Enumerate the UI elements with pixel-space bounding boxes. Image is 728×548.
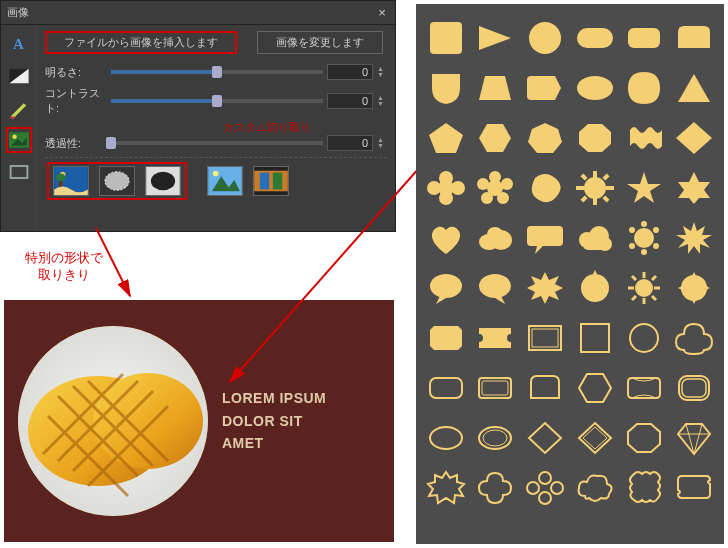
shape-shield[interactable] bbox=[426, 70, 466, 106]
opacity-label: 透過性: bbox=[45, 136, 107, 151]
svg-marker-47 bbox=[579, 124, 611, 152]
shape-speech-round[interactable] bbox=[426, 270, 466, 306]
opacity-spinner[interactable]: ▲▼ bbox=[377, 137, 387, 149]
shape-outline-fancy-frame[interactable] bbox=[674, 470, 714, 506]
image-tool-icon[interactable] bbox=[6, 127, 32, 153]
svg-marker-85 bbox=[676, 222, 712, 254]
shape-outline-gem[interactable] bbox=[674, 420, 714, 456]
shape-outline-scallop-square[interactable] bbox=[624, 470, 664, 506]
text-tool-icon[interactable]: A bbox=[6, 31, 32, 57]
svg-point-93 bbox=[635, 279, 653, 297]
contrast-slider[interactable] bbox=[111, 99, 323, 103]
shape-burst[interactable] bbox=[674, 220, 714, 256]
shape-pill[interactable] bbox=[575, 20, 615, 56]
shape-label[interactable] bbox=[525, 70, 565, 106]
shape-tab[interactable] bbox=[674, 20, 714, 56]
dotted-ellipse-crop-thumb[interactable] bbox=[99, 166, 135, 196]
film-crop-thumb[interactable] bbox=[253, 166, 289, 196]
shape-octagon[interactable] bbox=[575, 120, 615, 156]
brightness-spinner[interactable]: ▲▼ bbox=[377, 66, 387, 78]
svg-marker-70 bbox=[678, 172, 710, 204]
shape-flower5[interactable] bbox=[475, 170, 515, 206]
shape-star6[interactable] bbox=[674, 170, 714, 206]
shape-triangle-right[interactable] bbox=[475, 20, 515, 56]
shape-outline-scallop[interactable] bbox=[674, 370, 714, 406]
dialog-body: A ファイルから画像を挿入します 画像を変更します 明るさ: bbox=[1, 25, 395, 231]
shape-badge[interactable] bbox=[674, 270, 714, 306]
shape-flower[interactable] bbox=[426, 170, 466, 206]
shape-outline-rounded[interactable] bbox=[426, 370, 466, 406]
shape-cloud2[interactable] bbox=[575, 220, 615, 256]
shape-circle[interactable] bbox=[525, 20, 565, 56]
shape-outline-diamond[interactable] bbox=[525, 420, 565, 456]
svg-marker-41 bbox=[479, 76, 511, 100]
shape-outline-hex[interactable] bbox=[575, 370, 615, 406]
change-image-button[interactable]: 画像を変更します bbox=[257, 31, 383, 54]
pen-tool-icon[interactable] bbox=[6, 95, 32, 121]
contrast-spinner[interactable]: ▲▼ bbox=[377, 95, 387, 107]
shape-outline-square[interactable] bbox=[575, 320, 615, 356]
shape-outline-octagon[interactable] bbox=[624, 420, 664, 456]
shape-outline-diamond-double[interactable] bbox=[575, 420, 615, 456]
shape-rounded-rect-small[interactable] bbox=[624, 20, 664, 56]
shape-outline-rect[interactable] bbox=[525, 320, 565, 356]
shape-sun[interactable] bbox=[624, 270, 664, 306]
shape-blob[interactable] bbox=[525, 170, 565, 206]
brightness-slider[interactable] bbox=[111, 70, 323, 74]
opacity-value[interactable]: 0 bbox=[327, 135, 373, 151]
svg-point-4 bbox=[12, 135, 16, 139]
scene-crop-thumb[interactable] bbox=[53, 166, 89, 196]
shape-speech[interactable] bbox=[525, 220, 565, 256]
svg-rect-18 bbox=[254, 167, 288, 195]
brightness-value[interactable]: 0 bbox=[327, 64, 373, 80]
shape-gear[interactable] bbox=[575, 170, 615, 206]
svg-point-14 bbox=[151, 172, 175, 191]
rect-tool-icon[interactable] bbox=[6, 159, 32, 185]
shape-burst-star[interactable] bbox=[525, 270, 565, 306]
shape-heptagon[interactable] bbox=[525, 120, 565, 156]
shape-spray[interactable] bbox=[624, 220, 664, 256]
svg-point-17 bbox=[213, 171, 219, 177]
svg-rect-22 bbox=[273, 173, 282, 190]
mountain-crop-thumb[interactable] bbox=[207, 166, 243, 196]
highlighted-crop-thumbs bbox=[47, 162, 187, 200]
svg-marker-129 bbox=[428, 472, 464, 503]
shape-outline-seal[interactable] bbox=[426, 470, 466, 506]
shape-speech-round2[interactable] bbox=[475, 270, 515, 306]
shape-wave-square[interactable] bbox=[624, 120, 664, 156]
gradient-tool-icon[interactable] bbox=[6, 63, 32, 89]
contrast-value[interactable]: 0 bbox=[327, 93, 373, 109]
shape-outline-oval-double[interactable] bbox=[475, 420, 515, 456]
shape-outline-circle[interactable] bbox=[624, 320, 664, 356]
shape-heart[interactable] bbox=[426, 220, 466, 256]
shape-superellipse[interactable] bbox=[624, 70, 664, 106]
shape-outline-quatrefoil[interactable] bbox=[475, 470, 515, 506]
shape-ticket[interactable] bbox=[475, 320, 515, 356]
shape-cloud[interactable] bbox=[475, 220, 515, 256]
shape-star5[interactable] bbox=[624, 170, 664, 206]
close-icon[interactable]: × bbox=[375, 6, 389, 20]
svg-point-83 bbox=[641, 221, 647, 227]
shape-hexagon[interactable] bbox=[475, 120, 515, 156]
shape-outline-cloud[interactable] bbox=[575, 470, 615, 506]
shape-outline-fancy[interactable] bbox=[624, 370, 664, 406]
svg-rect-62 bbox=[593, 197, 597, 205]
svg-rect-114 bbox=[482, 381, 508, 395]
insert-from-file-button[interactable]: ファイルから画像を挿入します bbox=[45, 31, 237, 54]
shape-seal[interactable] bbox=[575, 270, 615, 306]
shape-snip-rect[interactable] bbox=[426, 320, 466, 356]
opacity-slider[interactable] bbox=[111, 141, 323, 145]
shape-ellipse[interactable] bbox=[575, 70, 615, 106]
shape-rounded-square[interactable] bbox=[426, 20, 466, 56]
shape-outline-flower[interactable] bbox=[525, 470, 565, 506]
shape-outline-double[interactable] bbox=[475, 370, 515, 406]
shape-diamond[interactable] bbox=[674, 120, 714, 156]
shape-outline-quatre[interactable] bbox=[674, 320, 714, 356]
svg-line-98 bbox=[632, 276, 636, 280]
oval-mask-crop-thumb[interactable] bbox=[145, 166, 181, 196]
shape-outline-ellipse[interactable] bbox=[426, 420, 466, 456]
shape-triangle-up[interactable] bbox=[674, 70, 714, 106]
shape-pentagon[interactable] bbox=[426, 120, 466, 156]
shape-trapezoid[interactable] bbox=[475, 70, 515, 106]
shape-outline-tab[interactable] bbox=[525, 370, 565, 406]
